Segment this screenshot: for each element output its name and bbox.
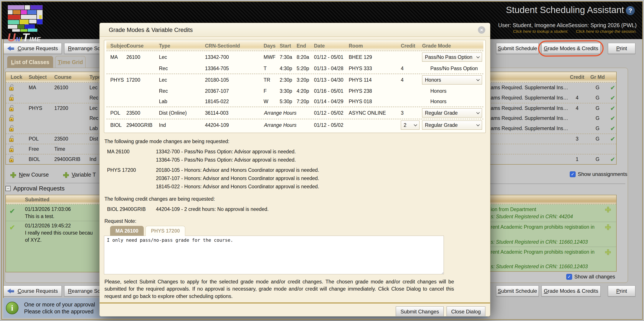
credit-select[interactable]: 2 (401, 120, 420, 130)
grade-mode-select[interactable]: Regular Grade (422, 120, 482, 130)
cell-subject: POL (106, 110, 126, 116)
chevron-down-icon (476, 110, 480, 114)
cell-start: 4:30p (280, 66, 296, 72)
add-icon[interactable] (605, 249, 610, 255)
table-row[interactable]: ams Required. Supplemental Ins… 4 G ✔ (487, 93, 616, 103)
submit-schedule-button-bottom[interactable]: Submit Schedule (496, 286, 539, 296)
cell-course: 26100 (54, 85, 90, 90)
change-row[interactable]: ion from Department s: Student Registere… (487, 204, 616, 222)
lock-open-icon[interactable] (6, 125, 29, 132)
schedule-table: Credit Gr Md ams Required. Supplemental … (486, 72, 617, 165)
col-subject: Subject (106, 43, 126, 49)
table-row[interactable]: ams Required. Supplemental Ins… G ✔ (487, 113, 616, 123)
checkbox-checked-icon[interactable]: ✓ (570, 171, 576, 177)
lock-open-icon[interactable] (6, 94, 29, 102)
assigned-check-icon: ✔ (608, 94, 617, 102)
cell-crn: 18145-022 (205, 98, 264, 104)
cell-course: 29400GRIB (54, 156, 90, 162)
cell-course: 26100 (126, 54, 159, 60)
variable-title-button[interactable]: Variable T (63, 172, 96, 178)
grade-mode-select[interactable]: Pass/No Pass Option (422, 52, 482, 62)
back-arrow-icon (7, 289, 15, 294)
table-row: BIOL 29400GRIB Ind 44204-109 Arrange Hou… (106, 119, 483, 131)
table-row[interactable] (487, 144, 616, 154)
course-requests-button-bottom[interactable]: Course Requests (4, 286, 62, 296)
assigned-check-icon: ✔ (608, 125, 617, 132)
table-row[interactable]: 3 G ✔ (487, 134, 616, 144)
new-course-button[interactable]: New Course (10, 172, 49, 178)
change-session-link[interactable]: Click here to change the session. (568, 29, 636, 34)
change-row[interactable]: rent Academic Program prohibits registra… (487, 247, 616, 271)
help-icon[interactable]: ? (626, 6, 635, 15)
tab-list-of-classes[interactable]: List of Classes (7, 56, 53, 68)
cell-grade-mode: G (587, 85, 608, 90)
cell-crn: 20180-105 (205, 77, 264, 83)
print-button-bottom[interactable]: Print (608, 286, 635, 296)
add-icon[interactable] (605, 206, 610, 212)
plus-icon (63, 172, 68, 178)
table-row: Rec 20367-107 F 3:30p 4:20p 01/16 - 05/0… (106, 86, 483, 96)
grade-modes-credits-button[interactable]: Grade Modes & Credits (542, 43, 600, 54)
print-button[interactable]: Print (608, 43, 635, 54)
approval-requests-heading: − Approval Requests (6, 185, 65, 192)
lookup-student-link[interactable]: Click here to lookup a student. (498, 29, 568, 34)
table-row[interactable]: ams Required. Supplemental Ins… G ✔ (487, 123, 616, 134)
table-row: Rec 13364-705 T 4:30p 5:20p 01/13 - 04/2… (106, 63, 483, 74)
lock-open-icon[interactable] (6, 84, 29, 92)
cell-room: PHYS 238 (349, 88, 401, 94)
note-tab-ma-26100[interactable]: MA 26100 (110, 226, 144, 236)
grade-change-group: PHYS 17200 20180-105 - Honors: Advisor a… (107, 167, 486, 190)
table-row[interactable]: ams Required. Supplemental Ins… 4 G ✔ (487, 103, 616, 113)
cell-type: Lec (159, 77, 205, 83)
show-all-changes-toggle[interactable]: ✓ Show all changes (566, 274, 615, 280)
cell-end: 8:20a (296, 54, 314, 60)
grade-mode-select[interactable]: Honors (422, 75, 482, 84)
table-row[interactable]: ams Required. Supplemental Ins… G ✔ (487, 82, 616, 93)
cell-crn: 13364-705 (205, 66, 264, 72)
lock-open-icon[interactable] (6, 146, 29, 153)
cell-type: Rec (159, 88, 205, 94)
schedule-table-header: Credit Gr Md (487, 72, 616, 82)
cell-start: 3:30p (280, 88, 296, 94)
cell-days: TR (264, 77, 280, 83)
close-dialog-button[interactable]: Close Dialog (447, 306, 485, 316)
note-tab-phys-17200[interactable]: PHYS 17200 (146, 226, 185, 236)
cell-subject: POL (29, 136, 54, 142)
cell-grade-mode: G (587, 95, 608, 101)
table-row[interactable]: 1 G ✔ (487, 154, 616, 164)
cell-course: Time (54, 146, 90, 152)
grade-modes-credits-button-bottom[interactable]: Grade Modes & Credits (542, 286, 600, 296)
tab-time-grid[interactable]: Time Grid (55, 56, 86, 68)
lock-open-icon[interactable] (6, 156, 29, 163)
request-note-label: Request Note: (104, 218, 486, 224)
show-unassignments-toggle[interactable]: ✓ Show unassignments (570, 171, 627, 177)
group-course: MA 26100 (107, 149, 156, 163)
cell-end: 4:20p (296, 88, 314, 94)
cell-start: 7:30a (280, 54, 296, 60)
lock-open-icon[interactable] (6, 105, 29, 112)
col-room: Room (349, 43, 401, 49)
collapse-icon[interactable]: − (6, 186, 11, 191)
request-note-input[interactable]: I only need pass/no-pass grade for the c… (104, 236, 444, 274)
lock-open-icon[interactable] (6, 135, 29, 143)
submit-schedule-button[interactable]: Submit Schedule (496, 43, 539, 54)
checkbox-checked-icon[interactable]: ✓ (566, 274, 572, 280)
cell-crn: 20367-107 (205, 88, 264, 94)
change-row[interactable]: rent Academic Program prohibits registra… (487, 222, 616, 247)
cell-room: ASYNC ONLINE (349, 110, 401, 116)
course-requests-button[interactable]: Course Requests (4, 43, 62, 54)
assigned-check-icon: ✔ (608, 115, 617, 122)
submit-changes-button[interactable]: Submit Changes (396, 306, 443, 316)
lock-open-icon[interactable] (6, 115, 29, 122)
add-icon[interactable] (605, 224, 610, 230)
cell-grade-mode: G (587, 126, 608, 132)
chevron-down-icon (476, 123, 480, 126)
cell-date: 01/13 - 04/30 (314, 77, 349, 83)
grade-mode-select[interactable]: Regular Grade (422, 108, 482, 118)
grade-modes-dialog: Grade Modes & Variable Credits × Subject… (100, 23, 490, 316)
approval-timestamp: 01/12/2026 19:45:22 (25, 223, 71, 229)
cell-start: 5:30p (280, 98, 296, 104)
close-icon[interactable]: × (478, 26, 485, 34)
show-all-changes-label: Show all changes (574, 274, 615, 280)
chevron-down-icon (476, 78, 480, 81)
